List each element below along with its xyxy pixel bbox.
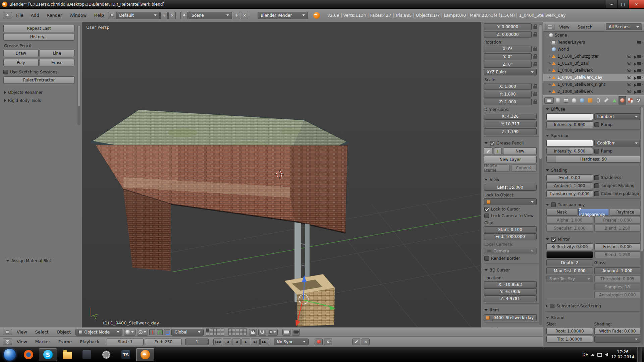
hardness-slider[interactable]: Hardness: 50 — [546, 156, 641, 163]
reflectivity-slider[interactable]: Reflectivity: 0.000 — [546, 243, 593, 250]
layer-toggle[interactable] — [232, 328, 235, 332]
max-dist-field[interactable]: Max Dist: 0.000 — [546, 267, 593, 274]
lock-icon[interactable] — [533, 48, 537, 51]
taskbar-clock[interactable]: 17:26 12.02.2014 — [611, 350, 634, 360]
gp-convert-button[interactable]: Convert — [511, 164, 537, 172]
menu-render[interactable]: Render — [43, 9, 65, 22]
layers-widget-right[interactable] — [228, 328, 247, 336]
language-indicator[interactable]: DE — [582, 352, 588, 357]
render-toggle-icon[interactable] — [637, 62, 641, 65]
gloss-threshold-slider[interactable]: Threshold: 0.005 — [594, 276, 641, 282]
display-panel-header[interactable]: Display — [484, 325, 541, 327]
gp-line-button[interactable]: Line — [40, 50, 75, 57]
lock-icon[interactable] — [533, 56, 537, 59]
cursor-y-field[interactable]: Y: -6.7936 — [484, 288, 537, 295]
render-toggle-icon[interactable] — [637, 69, 641, 72]
ruler-protractor-button[interactable]: Ruler/Protractor — [3, 76, 74, 84]
lock-icon[interactable] — [533, 64, 537, 66]
rigid-body-tools-panel-header[interactable]: Rigid Body Tools — [3, 97, 74, 105]
visibility-toggle-icon[interactable] — [627, 83, 631, 86]
add-scene-button[interactable]: + — [233, 12, 240, 19]
diffuse-shader-selector[interactable]: Lambert — [594, 113, 641, 120]
lock-object-selector[interactable] — [484, 198, 537, 205]
show-desktop-button[interactable] — [637, 347, 642, 362]
tab-particles[interactable] — [635, 96, 642, 105]
maximize-button[interactable]: □ — [617, 0, 629, 8]
diffuse-intensity-slider[interactable]: Intensity: 0.800 — [546, 121, 593, 128]
tab-render[interactable] — [554, 96, 562, 105]
mirror-depth-field[interactable]: Depth: 2 — [546, 259, 593, 266]
jump-to-start-button[interactable]: |◀◀ — [213, 339, 222, 345]
expand-icon[interactable]: + — [548, 54, 552, 58]
outliner-item-scene[interactable]: − Scene — [543, 32, 644, 39]
sync-mode-selector[interactable]: No Sync — [274, 339, 309, 345]
layer-toggle[interactable] — [232, 332, 235, 336]
repeat-last-button[interactable]: Repeat Last — [3, 25, 74, 32]
close-button[interactable]: × — [629, 0, 644, 8]
item-panel-header[interactable]: Item — [484, 306, 541, 314]
expand-icon[interactable]: + — [548, 68, 552, 72]
layer-toggle[interactable] — [236, 328, 239, 332]
scene-icon-button[interactable] — [180, 12, 188, 19]
selectability-toggle-icon[interactable] — [632, 82, 637, 87]
strand-tip-slider[interactable]: Tip: 1.00000 — [546, 336, 593, 343]
transparency-mask-button[interactable]: Mask — [546, 209, 577, 216]
tangent-shading-checkbox[interactable] — [594, 183, 599, 188]
scale-y-field[interactable]: Y: 1.000 — [484, 91, 532, 98]
outliner-item-object[interactable]: + 1_0120_Bf_Baul — [543, 60, 644, 67]
display-tray-icon[interactable] — [597, 353, 602, 357]
outliner-view-menu[interactable]: View — [556, 22, 573, 31]
tab-physics[interactable] — [643, 96, 644, 105]
shading-panel-header[interactable]: Shading — [543, 166, 644, 174]
rotation-z-field[interactable]: Z: 0° — [484, 61, 532, 68]
taskbar-blender-button[interactable] — [136, 348, 154, 361]
menu-file[interactable]: File — [13, 9, 27, 22]
ambient-slider[interactable]: Ambient: 1.000 — [546, 182, 593, 189]
location-z-field[interactable]: Z: 0.00000 — [484, 31, 532, 38]
menu-help[interactable]: Help — [91, 9, 107, 22]
specular-ramp-checkbox[interactable] — [594, 149, 599, 154]
manipulator-translate-toggle[interactable] — [149, 329, 155, 335]
rotation-x-field[interactable]: X: 0° — [484, 46, 532, 52]
outliner-item-renderlayers[interactable]: RenderLayers — [543, 39, 644, 46]
timeline-playback-menu[interactable]: Playback — [76, 337, 103, 347]
tab-render-layers[interactable] — [562, 96, 570, 105]
layer-toggle[interactable] — [239, 328, 243, 332]
scene-selector[interactable]: Scene — [189, 12, 232, 19]
gp-delete-frame-button[interactable]: Delete Frame — [484, 164, 509, 172]
use-sketching-sessions-checkbox[interactable] — [3, 70, 8, 74]
scrollbar-thumb[interactable] — [78, 25, 80, 106]
layer-toggle[interactable] — [217, 328, 220, 332]
alpha-slider[interactable]: Alpha: 1.000 — [546, 217, 593, 224]
mirror-blend-slider[interactable]: Blend: 1.250 — [594, 251, 641, 258]
layout-selector[interactable]: Default — [116, 12, 160, 19]
emit-slider[interactable]: Emit: 0.00 — [546, 174, 593, 181]
layer-toggle[interactable] — [213, 328, 217, 332]
assign-material-slot-panel-header[interactable]: Assign Material Slot — [3, 257, 54, 265]
timeline-frame-menu[interactable]: Frame — [55, 337, 75, 347]
delete-scene-button[interactable]: × — [241, 12, 248, 19]
menu-add[interactable]: Add — [28, 9, 43, 22]
outliner-display-mode-selector[interactable]: All Scenes — [606, 23, 642, 30]
transparency-checkbox[interactable] — [551, 202, 556, 207]
window-titlebar[interactable]: Blender* [C:\Users\Schmiddi\Desktop\3D\B… — [0, 0, 644, 9]
opengl-render-anim-button[interactable] — [292, 329, 300, 336]
transparency-ztransparency-button[interactable]: Z Transparency — [578, 209, 609, 216]
gp-draw-button[interactable]: Draw — [3, 50, 39, 57]
lens-field[interactable]: Lens: 35.000 — [484, 184, 537, 191]
gloss-amount-field[interactable]: Amount: 1.000 — [594, 267, 641, 274]
visibility-toggle-icon[interactable] — [627, 69, 631, 72]
insert-keyframe-button[interactable] — [352, 339, 360, 345]
outliner-search-menu[interactable]: Search — [574, 22, 596, 31]
lock-icon[interactable] — [533, 94, 537, 96]
rotation-y-field[interactable]: Y: 0° — [484, 53, 532, 60]
visibility-toggle-icon[interactable] — [627, 90, 631, 93]
previous-keyframe-button[interactable]: |◀ — [223, 339, 231, 345]
specular-shader-selector[interactable]: CookTorr — [594, 140, 641, 146]
tab-world[interactable] — [578, 96, 586, 105]
mirror-panel-header[interactable]: Mirror — [543, 235, 644, 243]
layers-widget-left[interactable] — [206, 328, 224, 336]
tab-scene[interactable] — [570, 96, 578, 105]
shadeless-checkbox[interactable] — [594, 175, 599, 180]
render-toggle-icon[interactable] — [637, 90, 641, 93]
